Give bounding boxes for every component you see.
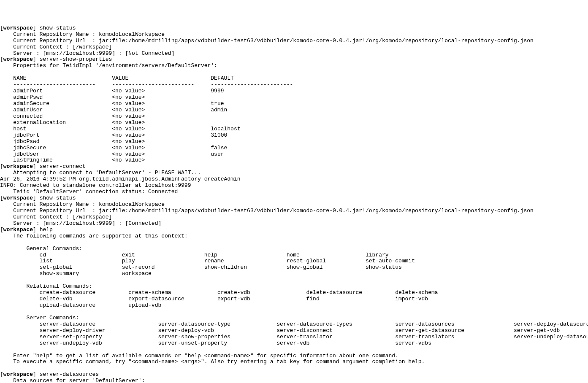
command-input: show-status bbox=[40, 195, 76, 201]
connect-log: Apr 26, 2016 4:39:52 PM org.teiid.admina… bbox=[0, 176, 241, 182]
help-cmd-row: server-datasource server-datasource-type… bbox=[0, 321, 588, 327]
help-footer: Enter "help" to get a list of available … bbox=[0, 353, 398, 359]
command-input: server-connect bbox=[40, 163, 86, 170]
command-input: help bbox=[40, 227, 53, 233]
status-repo-url: Current Repository Url : jar:file:/home/… bbox=[0, 208, 534, 214]
status-server: Server : [mms://localhost:9999] : [Not C… bbox=[0, 50, 174, 57]
prop-row: jdbcPort <no value> 31000 bbox=[0, 132, 227, 138]
help-cmd-row: show-summary workspace bbox=[0, 270, 152, 277]
help-section-title: Server Commands: bbox=[0, 315, 79, 321]
help-cmd-row: server-set-property server-show-properti… bbox=[0, 334, 588, 340]
status-repo-url: Current Repository Url : jar:file:/home/… bbox=[0, 38, 534, 44]
prompt-context: workspace bbox=[3, 227, 33, 233]
help-section-title: Relational Commands: bbox=[0, 283, 92, 289]
prop-row: adminPort <no value> 9999 bbox=[0, 88, 224, 94]
status-context: Current Context : [/workspace] bbox=[0, 44, 112, 50]
prop-row: jdbcSecure <no value> false bbox=[0, 145, 227, 151]
help-cmd-row: list play rename reset-global set-auto-c… bbox=[0, 258, 415, 264]
status-server: Server : [mms://localhost:9999] : [Conne… bbox=[0, 220, 161, 227]
status-context: Current Context : [/workspace] bbox=[0, 214, 112, 220]
help-cmd-row: create-datasource create-schema create-v… bbox=[0, 289, 438, 296]
prop-row: host <no value> localhost bbox=[0, 126, 241, 132]
prompt-context: workspace bbox=[3, 25, 33, 31]
prop-row: lastPingTime <no value> bbox=[0, 157, 145, 163]
help-footer: To execute a specific command, try "<com… bbox=[0, 359, 425, 365]
command-input: server-datasources bbox=[40, 371, 99, 378]
ds-header: Data sources for server 'DefaultServer': bbox=[0, 378, 145, 383]
prompt-context: workspace bbox=[3, 56, 33, 62]
help-cmd-row: delete-vdb export-datasource export-vdb … bbox=[0, 296, 428, 302]
prop-row: adminUser <no value> admin bbox=[0, 107, 227, 113]
command-input: show-status bbox=[40, 25, 76, 31]
prop-row: adminPswd <no value> bbox=[0, 94, 145, 100]
help-cmd-row: cd exit help home library bbox=[0, 252, 389, 258]
help-intro: The following commands are supported at … bbox=[0, 233, 188, 239]
help-cmd-row: server-undeploy-vdb server-unset-propert… bbox=[0, 340, 431, 346]
prop-row: jdbcUser <no value> user bbox=[0, 151, 224, 157]
prompt-context: workspace bbox=[3, 195, 33, 201]
props-header: Properties for TeiidImpl '/environment/s… bbox=[0, 62, 217, 69]
prompt-context: workspace bbox=[3, 163, 33, 170]
status-repo-name: Current Repository Name : komodoLocalWor… bbox=[0, 31, 165, 38]
prompt-context: workspace bbox=[3, 371, 33, 378]
status-repo-name: Current Repository Name : komodoLocalWor… bbox=[0, 201, 165, 208]
connect-status: Teiid 'DefaultServer' connection status:… bbox=[0, 189, 178, 195]
terminal-output[interactable]: [workspace] show-status Current Reposito… bbox=[0, 25, 588, 383]
connect-msg: Attempting to connect to 'DefaultServer'… bbox=[0, 170, 201, 176]
props-separator: ------------------------- --------------… bbox=[0, 81, 293, 88]
command-input: server-show-properties bbox=[40, 56, 112, 62]
help-cmd-row: set-global set-record show-children show… bbox=[0, 264, 402, 270]
connect-info: INFO: Connected to standalone controller… bbox=[0, 182, 191, 189]
prop-row: adminSecure <no value> true bbox=[0, 100, 224, 107]
prop-row: externalLocation <no value> bbox=[0, 119, 145, 126]
props-columns: NAME VALUE DEFAULT bbox=[0, 75, 234, 81]
prop-row: connected <no value> bbox=[0, 113, 145, 119]
help-cmd-row: upload-datasource upload-vdb bbox=[0, 302, 161, 308]
help-section-title: General Commands: bbox=[0, 245, 82, 252]
help-cmd-row: server-deploy-driver server-deploy-vdb s… bbox=[0, 327, 560, 334]
prop-row: jdbcPswd <no value> bbox=[0, 138, 145, 145]
